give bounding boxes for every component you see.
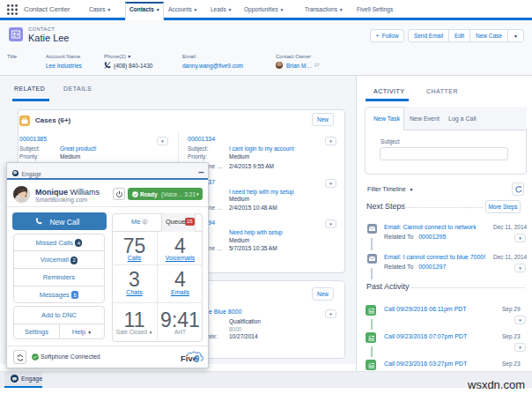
- svg-text:9: 9: [195, 353, 200, 364]
